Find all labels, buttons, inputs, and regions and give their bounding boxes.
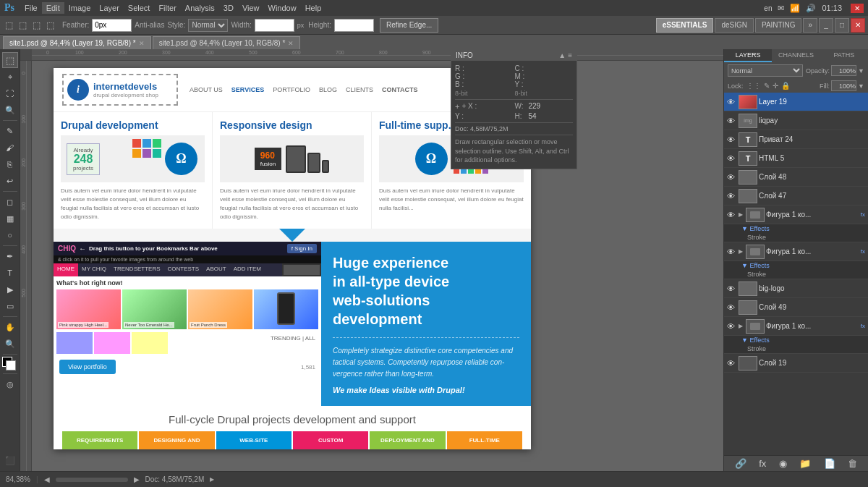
- tool-icon-2[interactable]: ⬚: [17, 19, 29, 32]
- add-mask-btn[interactable]: ◉: [779, 458, 787, 469]
- menu-file[interactable]: File: [20, 2, 42, 14]
- nav-about[interactable]: ABOUT US: [190, 86, 223, 93]
- tool-icon-3[interactable]: ⬚: [30, 19, 43, 32]
- eye-icon-liqpay[interactable]: 👁: [727, 117, 737, 125]
- delete-layer-btn[interactable]: 🗑: [848, 458, 857, 469]
- eye-icon-19[interactable]: 👁: [727, 98, 737, 106]
- lock-pixels-btn[interactable]: ✎: [764, 82, 770, 90]
- menu-layer[interactable]: Layer: [95, 2, 124, 14]
- style-select[interactable]: Normal: [188, 19, 228, 32]
- path-select-tool[interactable]: ▶: [2, 281, 18, 297]
- document-tab-1[interactable]: site1.psd @ 84,4% (Layer 19, RGB/8) * ✕: [3, 36, 151, 49]
- menu-select[interactable]: Select: [124, 2, 155, 14]
- menu-view[interactable]: View: [238, 2, 264, 14]
- feather-input[interactable]: [92, 19, 132, 32]
- btn-custom[interactable]: CUSTOM: [293, 431, 368, 449]
- tool-icon-4[interactable]: ⬚: [44, 19, 56, 32]
- essentials-button[interactable]: eSSENTIALS: [656, 18, 714, 33]
- eye-icon-sloy19[interactable]: 👁: [727, 359, 737, 368]
- screen-mode-button[interactable]: ⬛: [2, 452, 18, 468]
- layer-item-19[interactable]: 👁 Layer 19: [724, 93, 868, 111]
- opacity-input[interactable]: [831, 65, 856, 76]
- btn-fulltime[interactable]: FULL-TIME: [447, 431, 522, 449]
- document-tab-2[interactable]: site1.psd @ 84,4% (Layer 10, RGB/8) * ✕: [153, 36, 301, 49]
- menu-window[interactable]: Window: [264, 2, 301, 14]
- btn-deployment[interactable]: DEPLOYMENT AND: [370, 431, 445, 449]
- selection-tool[interactable]: ⬚: [2, 52, 18, 68]
- painting-button[interactable]: PAINTING: [755, 18, 801, 33]
- tab2-close[interactable]: ✕: [288, 40, 294, 47]
- layer-item-liqpay[interactable]: 👁 img liqpay: [724, 111, 868, 130]
- shape-tool[interactable]: ▭: [2, 298, 18, 314]
- chiq-fb-btn[interactable]: f Sign In: [287, 244, 317, 253]
- chiq-nav-add[interactable]: ADD ITEM: [230, 263, 265, 276]
- link-layers-btn[interactable]: 🔗: [735, 458, 746, 469]
- tool-icon-1[interactable]: ⬚: [3, 19, 15, 32]
- layer-item-sloy19[interactable]: 👁 Слой 19: [724, 354, 868, 373]
- eye-icon-biglogo[interactable]: 👁: [727, 284, 737, 293]
- tab-layers[interactable]: LAYERS: [724, 49, 772, 62]
- btn-requirements[interactable]: REQUIREMENTS: [62, 431, 137, 449]
- add-style-btn[interactable]: fx: [759, 458, 766, 469]
- scroll-left-btn[interactable]: ◀: [44, 475, 50, 483]
- layer-item-47[interactable]: 👁 Слой 47: [724, 187, 868, 206]
- eye-icon-privat24[interactable]: 👁: [727, 135, 737, 144]
- chiq-nav-home[interactable]: HOME: [54, 263, 78, 276]
- extend-workspace-button[interactable]: »: [803, 18, 817, 33]
- menu-filter[interactable]: Filter: [154, 2, 180, 14]
- eye-icon-shape1[interactable]: 👁: [727, 211, 737, 219]
- quick-mask-button[interactable]: ◎: [2, 376, 18, 392]
- clone-tool[interactable]: ⎘: [2, 156, 18, 172]
- nav-blog[interactable]: BLOG: [319, 86, 337, 93]
- chiq-nav-contests[interactable]: CONTESTS: [164, 263, 203, 276]
- chiq-search-input[interactable]: [284, 265, 320, 275]
- eye-icon-48[interactable]: 👁: [727, 173, 737, 182]
- refine-edge-button[interactable]: Refine Edge...: [380, 18, 438, 33]
- nav-services[interactable]: SERVICES: [231, 86, 264, 93]
- info-panel-expand[interactable]: ▲: [558, 51, 566, 59]
- view-portfolio-btn[interactable]: View portfolio: [59, 360, 116, 374]
- eye-icon-49[interactable]: 👁: [727, 303, 737, 312]
- layer-item-shape1[interactable]: 👁 ▶ Фигура 1 ко... fx: [724, 206, 868, 224]
- lock-transparent-btn[interactable]: ⋮⋮: [746, 82, 761, 90]
- eye-icon-html5[interactable]: 👁: [727, 154, 737, 163]
- tab-channels[interactable]: CHANNELS: [772, 49, 820, 62]
- chiq-nav-mychiq[interactable]: MY CHIQ: [78, 263, 110, 276]
- tab1-close[interactable]: ✕: [139, 40, 145, 47]
- eraser-tool[interactable]: ◻: [2, 194, 18, 210]
- maximize-button[interactable]: □: [835, 18, 849, 33]
- nav-clients[interactable]: CLIENTS: [346, 86, 373, 93]
- layer-item-html5[interactable]: 👁 T HTML 5: [724, 149, 868, 168]
- width-input[interactable]: [255, 19, 294, 32]
- close-button[interactable]: ✕: [851, 18, 865, 33]
- color-swatches[interactable]: [2, 357, 18, 371]
- eye-icon-shape3[interactable]: 👁: [727, 322, 737, 331]
- tab-paths[interactable]: PATHS: [820, 49, 868, 62]
- eyedropper-tool[interactable]: 🔍: [2, 102, 18, 118]
- pen-tool[interactable]: ✒: [2, 248, 18, 264]
- nav-portfolio[interactable]: PORTFOLIO: [273, 86, 310, 93]
- history-tool[interactable]: ↩: [2, 173, 18, 189]
- menu-analysis[interactable]: Analysis: [181, 2, 219, 14]
- layer-item-privat24[interactable]: 👁 T Приват 24: [724, 130, 868, 149]
- chiq-nav-trend[interactable]: TRENDSETTERS: [110, 263, 163, 276]
- blend-mode-select[interactable]: Normal: [728, 64, 803, 77]
- hand-tool[interactable]: ✋: [2, 319, 18, 335]
- dodge-tool[interactable]: ○: [2, 227, 18, 243]
- lasso-tool[interactable]: ⌖: [2, 69, 18, 85]
- layer-item-biglogo[interactable]: 👁 big-logo: [724, 279, 868, 298]
- zoom-tool[interactable]: 🔍: [2, 336, 18, 352]
- spot-heal-tool[interactable]: ✎: [2, 123, 18, 139]
- eye-icon-47[interactable]: 👁: [727, 192, 737, 200]
- info-panel-menu[interactable]: ≡: [568, 51, 572, 59]
- lock-position-btn[interactable]: ✛: [773, 82, 778, 90]
- text-tool[interactable]: T: [2, 265, 18, 281]
- chiq-nav-about[interactable]: ABOUT: [203, 263, 230, 276]
- nav-contacts[interactable]: CONTACTS: [382, 86, 417, 93]
- menu-image[interactable]: Image: [64, 2, 95, 14]
- scroll-right-btn[interactable]: ▶: [134, 475, 140, 483]
- menu-3d[interactable]: 3D: [219, 2, 238, 14]
- minimize-button[interactable]: _: [819, 18, 833, 33]
- menu-help[interactable]: Help: [301, 2, 326, 14]
- new-group-btn[interactable]: 📁: [799, 458, 811, 469]
